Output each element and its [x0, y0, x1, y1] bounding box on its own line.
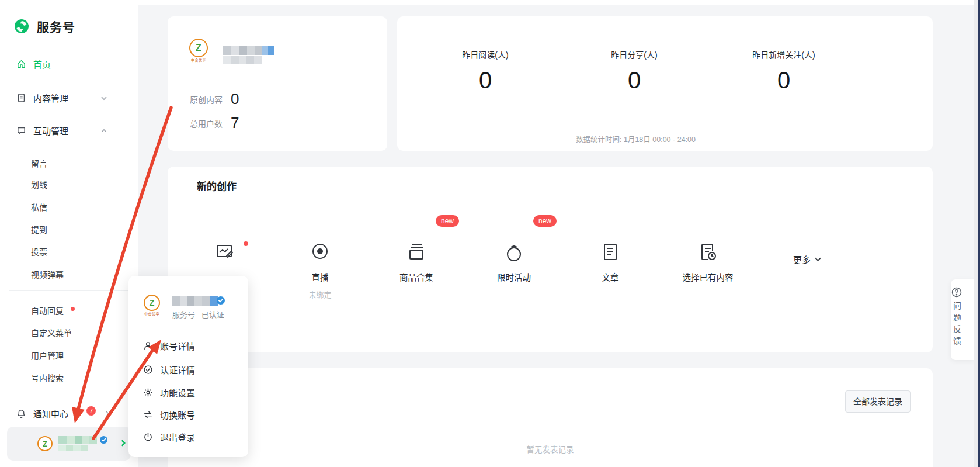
- collection-icon: [376, 243, 457, 262]
- verified-badge-icon: [99, 435, 108, 444]
- sidebar-item-auto-reply[interactable]: 自动回复: [31, 305, 64, 316]
- sidebar-item-video-danmu[interactable]: 视频弹幕: [31, 268, 64, 280]
- publish-records-card: 全部发表记录 暂无发表记录: [168, 368, 933, 467]
- account-avatar: Z 中合优享: [189, 39, 208, 63]
- account-name-blurred: [58, 445, 88, 451]
- sidebar-item-label: 内容管理: [33, 92, 68, 104]
- total-users-stat: 总用户数 7: [190, 117, 223, 129]
- sidebar-item-notification-center[interactable]: 通知中心 7: [16, 407, 68, 420]
- creation-item-existing-content[interactable]: 选择已有内容: [667, 243, 749, 283]
- wechat-official-account-dashboard: 服务号 首页 内容管理: [0, 0, 980, 467]
- app-title: 服务号: [37, 18, 75, 35]
- avatar-caption: 中合优享: [189, 57, 208, 63]
- timed-activity-icon: [473, 243, 555, 262]
- stat-label: 原创内容: [190, 95, 223, 105]
- creation-item-article[interactable]: 文章: [569, 243, 651, 283]
- power-icon: [143, 432, 153, 442]
- switch-arrows-icon: [143, 410, 153, 420]
- original-content-stat: 原创内容 0: [190, 94, 223, 105]
- account-name-blurred: [223, 56, 262, 64]
- stat-value: 7: [231, 114, 239, 132]
- question-mark-icon: [951, 286, 974, 298]
- more-label: 更多: [793, 253, 811, 265]
- stat-label: 总用户数: [190, 119, 223, 129]
- account-avatar: Z: [37, 436, 53, 451]
- sidebar-item-messages[interactable]: 留言: [31, 157, 47, 169]
- feedback-tab[interactable]: 问题反馈: [951, 279, 974, 360]
- popup-item-label: 账号详情: [160, 340, 195, 352]
- sidebar-item-votes[interactable]: 投票: [31, 245, 47, 257]
- bell-icon: [16, 409, 26, 418]
- notification-dot: [71, 307, 75, 311]
- sidebar-account-switcher[interactable]: Z: [7, 427, 131, 461]
- popup-account-name-blurred: [172, 296, 218, 306]
- sidebar-item-content-mgmt[interactable]: 内容管理: [16, 92, 68, 104]
- sidebar-item-interact-mgmt[interactable]: 互动管理: [16, 124, 68, 137]
- popup-item-switch-account[interactable]: 切换账号: [143, 409, 195, 421]
- sidebar-item-mentions[interactable]: 提到: [31, 223, 47, 235]
- verified-label: 已认证: [201, 310, 224, 319]
- popup-item-label: 功能设置: [160, 386, 195, 399]
- creation-item-image[interactable]: [184, 243, 266, 262]
- user-icon: [143, 341, 153, 351]
- sidebar-divider: [9, 290, 128, 291]
- popup-item-label: 切换账号: [160, 409, 195, 421]
- yesterday-stats-card: 昨日阅读(人) 0 昨日分享(人) 0 昨日新增关注(人) 0 数据统计时间: …: [397, 16, 933, 151]
- sidebar-item-label: 自动回复: [31, 306, 64, 316]
- document-history-icon: [667, 243, 749, 262]
- new-creation-card: 新的创作 直播 未绑定: [168, 167, 933, 352]
- popup-item-feature-settings[interactable]: 功能设置: [143, 386, 195, 399]
- creation-item-product-collection[interactable]: 商品合集 new: [376, 243, 457, 283]
- account-name-blurred: [58, 436, 97, 444]
- stat-label: 昨日阅读(人): [421, 49, 550, 60]
- sidebar-item-label: 通知中心: [33, 407, 68, 420]
- stat-read: 昨日阅读(人) 0: [421, 49, 550, 94]
- chevron-down-icon: [814, 255, 822, 263]
- stat-value: 0: [570, 67, 698, 94]
- sidebar-item-underline[interactable]: 划线: [31, 178, 47, 190]
- creation-item-sublabel: 未绑定: [279, 289, 361, 300]
- stat-value: 0: [231, 90, 239, 108]
- chat-bubble-icon: [16, 126, 26, 136]
- chevron-right-icon: [104, 410, 111, 417]
- avatar-caption: 中合优享: [144, 311, 160, 316]
- new-badge: new: [533, 215, 557, 227]
- stat-new-followers: 昨日新增关注(人) 0: [720, 49, 848, 94]
- stat-share: 昨日分享(人) 0: [570, 49, 698, 94]
- image-edit-icon: [184, 243, 266, 262]
- sidebar-item-custom-menu[interactable]: 自定义菜单: [31, 327, 72, 338]
- sidebar-item-user-mgmt[interactable]: 用户管理: [31, 350, 64, 361]
- creation-item-limited-activity[interactable]: 限时活动 new: [473, 243, 555, 283]
- creation-item-live[interactable]: 直播 未绑定: [279, 243, 361, 300]
- gear-icon: [143, 388, 153, 397]
- more-button[interactable]: 更多: [793, 253, 822, 265]
- sidebar-item-account-search[interactable]: 号内搜索: [31, 372, 64, 383]
- sidebar-divider: [0, 46, 128, 46]
- sidebar: 服务号 首页 内容管理: [0, 0, 138, 467]
- chevron-right-icon: [119, 439, 127, 447]
- article-icon: [569, 243, 651, 262]
- notification-count-badge: 7: [86, 406, 96, 416]
- empty-records-text: 暂无发表记录: [168, 443, 933, 455]
- all-publish-records-button[interactable]: 全部发表记录: [845, 390, 911, 413]
- sidebar-divider: [0, 392, 138, 392]
- popup-item-label: 认证详情: [160, 364, 195, 376]
- stat-value: 0: [720, 67, 848, 94]
- popup-item-verification-details[interactable]: 认证详情: [143, 364, 195, 376]
- account-type-label: 服务号: [172, 310, 195, 319]
- check-circle-icon: [143, 365, 153, 375]
- new-badge: new: [436, 215, 459, 227]
- creation-item-label: 选择已有内容: [667, 271, 749, 283]
- stat-value: 0: [421, 67, 550, 94]
- sidebar-item-private-msg[interactable]: 私信: [31, 201, 47, 213]
- popup-item-logout[interactable]: 退出登录: [143, 431, 195, 443]
- popup-item-account-details[interactable]: 账号详情: [143, 340, 195, 352]
- popup-item-label: 退出登录: [160, 431, 195, 443]
- sidebar-item-home[interactable]: 首页: [16, 58, 51, 70]
- account-summary-card: Z 中合优享 原创内容 0 总用户数 7: [168, 16, 387, 151]
- home-icon: [16, 59, 26, 69]
- notification-dot: [244, 241, 248, 246]
- service-account-logo-icon: [14, 19, 29, 34]
- creation-item-label: 直播: [279, 271, 361, 283]
- feedback-label: 问题反馈: [951, 302, 962, 348]
